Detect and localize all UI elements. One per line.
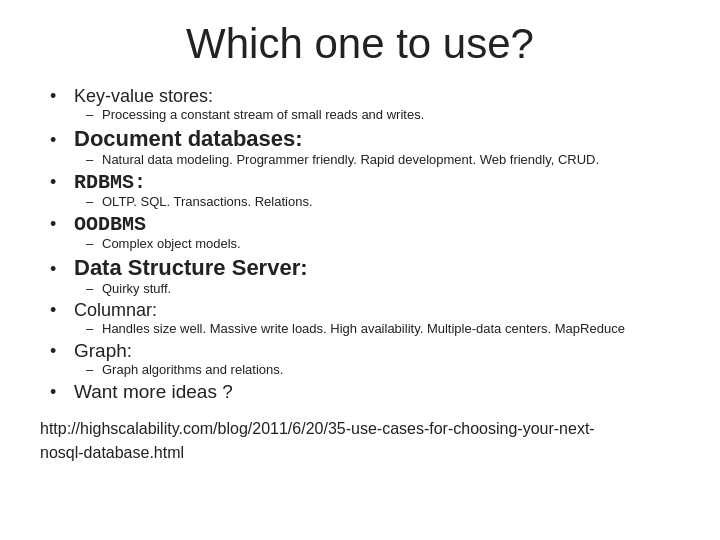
bullet-oodbms: • OODBMS – Complex object models.: [50, 213, 680, 251]
bullet-dot-1: •: [50, 86, 66, 107]
bullet-key-value: • Key-value stores: – Processing a const…: [50, 86, 680, 122]
bullet-document-db: • Document databases: – Natural data mod…: [50, 126, 680, 167]
bullet-graph: • Graph: – Graph algorithms and relation…: [50, 340, 680, 377]
bullet-dot-2: •: [50, 130, 66, 151]
page-title: Which one to use?: [40, 20, 680, 68]
bullet-rdbms: • RDBMS: – OLTP. SQL. Transactions. Rela…: [50, 171, 680, 209]
sub-text-key-value: Processing a constant stream of small re…: [102, 107, 424, 122]
bullet-dot-3: •: [50, 172, 66, 193]
sub-dash-5: –: [86, 281, 96, 296]
bullet-label-data-structure: Data Structure Server:: [74, 255, 308, 281]
bullet-label-want-more: Want more ideas ?: [74, 381, 233, 403]
content-area: • Key-value stores: – Processing a const…: [40, 86, 680, 403]
sub-dash-1: –: [86, 107, 96, 122]
bullet-want-more: • Want more ideas ?: [50, 381, 680, 403]
sub-dash-2: –: [86, 152, 96, 167]
sub-text-rdbms: OLTP. SQL. Transactions. Relations.: [102, 194, 313, 209]
bullet-label-key-value: Key-value stores:: [74, 86, 213, 107]
bullet-label-document-db: Document databases:: [74, 126, 303, 152]
footer-line1: http://highscalability.com/blog/2011/6/2…: [40, 420, 595, 437]
sub-dash-4: –: [86, 236, 96, 251]
sub-dash-3: –: [86, 194, 96, 209]
sub-text-graph: Graph algorithms and relations.: [102, 362, 283, 377]
sub-dash-7: –: [86, 362, 96, 377]
footer-link: http://highscalability.com/blog/2011/6/2…: [40, 417, 680, 465]
bullet-dot-8: •: [50, 382, 66, 403]
bullet-data-structure: • Data Structure Server: – Quirky stuff.: [50, 255, 680, 296]
sub-text-oodbms: Complex object models.: [102, 236, 241, 251]
bullet-dot-7: •: [50, 341, 66, 362]
bullet-dot-4: •: [50, 214, 66, 235]
bullet-dot-6: •: [50, 300, 66, 321]
bullet-label-columnar: Columnar:: [74, 300, 157, 321]
sub-dash-6: –: [86, 321, 96, 336]
bullet-label-rdbms: RDBMS:: [74, 171, 146, 194]
bullet-label-oodbms: OODBMS: [74, 213, 146, 236]
sub-text-document-db: Natural data modeling. Programmer friend…: [102, 152, 599, 167]
sub-text-data-structure: Quirky stuff.: [102, 281, 171, 296]
sub-text-columnar: Handles size well. Massive write loads. …: [102, 321, 625, 336]
footer-line2: nosql-database.html: [40, 444, 184, 461]
bullet-columnar: • Columnar: – Handles size well. Massive…: [50, 300, 680, 336]
bullet-label-graph: Graph:: [74, 340, 132, 362]
bullet-dot-5: •: [50, 259, 66, 280]
